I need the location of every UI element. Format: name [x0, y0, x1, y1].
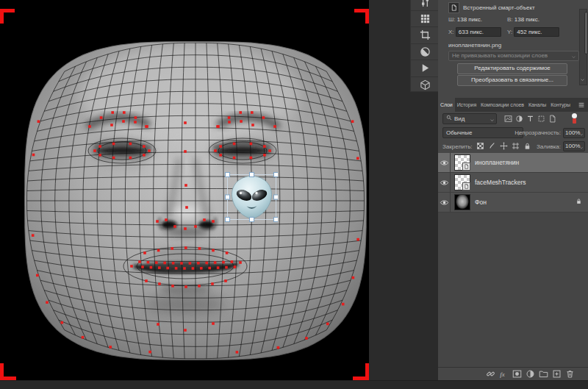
- chevron-down-icon: [490, 116, 495, 126]
- smart-object-layers-icon[interactable]: [548, 115, 556, 123]
- layer-thumbnail[interactable]: [454, 194, 470, 210]
- adjustments-halfcircle-icon: [420, 46, 431, 57]
- layer-thumbnail[interactable]: [454, 154, 470, 171]
- dock-libraries-grid[interactable]: [411, 11, 439, 28]
- width-label: Ш:: [448, 16, 456, 23]
- panel-tab-bar: СлоиИсторияКомпозиции слоевКаналыКонтуры: [438, 98, 588, 112]
- chevron-down-icon: [579, 144, 584, 153]
- layer-name[interactable]: Фон: [475, 199, 487, 206]
- convert-to-linked-button[interactable]: Преобразовать в связанные...: [457, 75, 567, 86]
- search-icon: [446, 114, 452, 124]
- smart-object-badge-icon: [448, 2, 459, 13]
- lock-all-icon[interactable]: [523, 142, 531, 151]
- tab-слои[interactable]: Слои: [438, 98, 455, 112]
- properties-scrollbar[interactable]: [579, 9, 587, 85]
- scrollbar-down-icon[interactable]: [580, 77, 585, 84]
- x-label: X:: [448, 29, 454, 35]
- dock-actions-play[interactable]: [411, 60, 439, 77]
- layer-comp-placeholder: Не привязывать композиции слоев: [452, 52, 548, 59]
- scrollbar-thumb[interactable]: [584, 12, 588, 54]
- properties-panel: Встроенный смарт-объект Ш: 138 пикс. В: …: [438, 0, 588, 98]
- add-mask-icon[interactable]: [512, 369, 522, 379]
- link-icon[interactable]: [486, 369, 495, 379]
- layers-footer: [438, 367, 588, 380]
- tab-композиции-слоев[interactable]: Композиции слоев: [478, 98, 526, 112]
- layer-row-faceMeshTrackers[interactable]: faceMeshTrackers: [438, 173, 588, 193]
- height-value[interactable]: 138 пикс.: [514, 16, 539, 23]
- smart-object-badge-icon: [462, 182, 470, 190]
- blend-mode-row: Обычные Непрозрачность: 100%: [438, 126, 588, 140]
- tab-контуры[interactable]: Контуры: [548, 98, 573, 112]
- effects-fx-icon[interactable]: [499, 369, 509, 379]
- eye-icon: [440, 160, 449, 166]
- dock-adjustments-halfcircle[interactable]: [411, 44, 439, 61]
- layer-filter-row: Вид: [438, 112, 588, 126]
- new-layer-icon[interactable]: [552, 369, 562, 379]
- blend-mode-value: Обычные: [446, 129, 472, 136]
- dock-sliders[interactable]: [411, 0, 439, 11]
- adjustment-layers-icon[interactable]: [515, 115, 523, 123]
- layer-thumbnail[interactable]: [454, 174, 470, 190]
- lock-pixels-icon[interactable]: [488, 142, 496, 151]
- alien-head: [232, 176, 272, 219]
- width-value[interactable]: 138 пикс.: [457, 16, 482, 23]
- type-layers-icon[interactable]: [526, 115, 534, 123]
- visibility-toggle[interactable]: [438, 193, 451, 212]
- lock-artboard-icon[interactable]: [512, 142, 520, 151]
- window-bottom-strip: [0, 380, 588, 389]
- document-canvas[interactable]: [0, 0, 369, 380]
- adjustment-icon[interactable]: [526, 369, 535, 379]
- layer-name[interactable]: faceMeshTrackers: [475, 179, 526, 186]
- panel-menu-icon[interactable]: [578, 101, 585, 110]
- toggle-knob: [572, 113, 577, 118]
- tab-каналы[interactable]: Каналы: [526, 98, 548, 112]
- dock-properties-frame[interactable]: [411, 27, 439, 44]
- layer-name[interactable]: инопланетянин: [475, 159, 519, 166]
- layers-panel: СлоиИсторияКомпозиции слоевКаналыКонтуры…: [438, 98, 588, 380]
- fill-value[interactable]: 100%: [563, 141, 585, 151]
- y-input[interactable]: 452 пикс.: [514, 27, 559, 37]
- shape-layers-icon[interactable]: [537, 115, 545, 123]
- delete-trash-icon[interactable]: [565, 369, 575, 379]
- opacity-value[interactable]: 100%: [563, 128, 585, 138]
- visibility-toggle[interactable]: [438, 153, 451, 172]
- properties-title: Встроенный смарт-объект: [463, 4, 535, 11]
- height-label: В:: [507, 16, 513, 23]
- eye-icon: [440, 199, 449, 206]
- 3d-cube-icon: [420, 79, 431, 90]
- edit-contents-button[interactable]: Редактировать содержимое: [457, 63, 567, 74]
- panel-dock: [410, 0, 439, 92]
- opacity-label: Непрозрачность:: [514, 129, 561, 136]
- pixel-layers-icon[interactable]: [504, 115, 512, 123]
- smart-object-badge-icon: [462, 163, 470, 171]
- chevron-down-icon: [579, 131, 584, 140]
- libraries-grid-icon: [420, 13, 431, 24]
- chevron-down-icon: [571, 54, 576, 63]
- lock-transparency-icon[interactable]: [476, 142, 484, 151]
- toggle-stem: [573, 118, 576, 124]
- dock-3d-cube[interactable]: [411, 77, 439, 93]
- x-input[interactable]: 633 пикс.: [456, 27, 501, 37]
- face-mesh-image: [0, 0, 369, 380]
- properties-frame-icon: [420, 29, 431, 40]
- lock-label: Закрепить:: [442, 143, 473, 150]
- visibility-toggle[interactable]: [438, 173, 451, 192]
- filter-kind-label: Вид: [454, 115, 465, 122]
- tab-история[interactable]: История: [455, 98, 478, 112]
- fill-label: Заливка:: [537, 143, 561, 150]
- photoshop-window: Встроенный смарт-объект Ш: 138 пикс. В: …: [0, 0, 588, 389]
- group-folder-icon[interactable]: [539, 369, 548, 379]
- actions-play-icon: [420, 63, 431, 74]
- layer-list: инопланетянинfaceMeshTrackersФон: [438, 153, 588, 367]
- layer-filtering-toggle[interactable]: [571, 113, 578, 124]
- lock-icon: [576, 198, 582, 206]
- layer-row-инопланетянин[interactable]: инопланетянин: [438, 153, 588, 173]
- lock-position-icon[interactable]: [500, 142, 508, 151]
- blend-mode-select[interactable]: Обычные: [442, 127, 523, 138]
- layer-comp-select[interactable]: Не привязывать композиции слоев: [448, 51, 579, 61]
- filter-kind-select[interactable]: Вид: [442, 113, 497, 124]
- sliders-icon: [420, 0, 431, 7]
- layer-row-Фон[interactable]: Фон: [438, 193, 588, 213]
- alien-emoji-smart-object[interactable]: [225, 172, 278, 222]
- y-label: Y:: [507, 29, 512, 35]
